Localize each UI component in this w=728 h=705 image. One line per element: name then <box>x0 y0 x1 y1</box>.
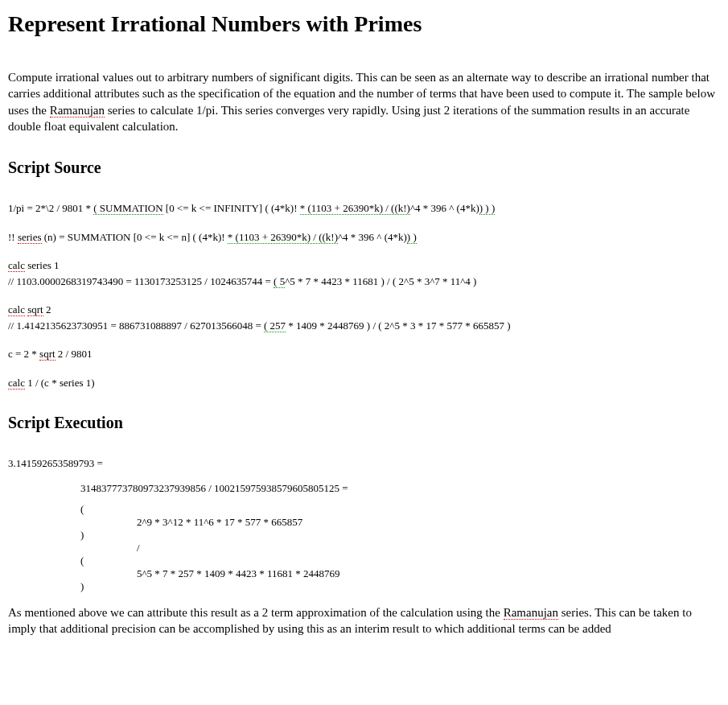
source-line-3b: // 1103.0000268319743490 = 1130173253125… <box>8 274 720 289</box>
exec-div: / <box>8 542 720 555</box>
src5-c: 2 / 9801 <box>56 348 93 360</box>
exec-numerator: 2^9 * 3^12 * 11^6 * 17 * 577 * 665857 <box>8 516 720 529</box>
src2-b: series <box>18 231 42 244</box>
closing-b: Ramanujan <box>504 606 558 620</box>
exec-open2: ( <box>8 555 720 567</box>
closing-a: As mentioned above we can attribute this… <box>8 606 504 619</box>
src1-e: ^4 * 396 ^ (4*k) <box>410 202 479 214</box>
exec-denominator: 5^5 * 7 * 257 * 1409 * 4423 * 11681 * 24… <box>8 567 720 580</box>
src2-e: ^4 * 396 ^ (4*k) <box>338 231 407 243</box>
src5-a: c = 2 * <box>8 348 39 360</box>
source-line-1: 1/pi = 2*\2 / 9801 * ( SUMMATION [0 <= k… <box>8 201 720 216</box>
intro-text-2: series to calculate 1/pi. This series co… <box>8 104 689 133</box>
exec-fraction: 314837773780973237939856 / 1002159759385… <box>8 482 720 495</box>
src4a-d: 2 <box>43 303 51 315</box>
src4a-c: sqrt <box>27 303 43 316</box>
src2-a: !! <box>8 231 18 243</box>
exec-result: 3.141592653589793 = <box>8 456 720 471</box>
src3b-a: // 1103.0000268319743490 = 1130173253125… <box>8 275 274 287</box>
src2-f: ) ) <box>407 231 417 244</box>
source-line-5: c = 2 * sqrt 2 / 9801 <box>8 347 720 361</box>
src4b-c: * 1409 * 2448769 ) / ( 2^5 * 3 * 17 * 57… <box>286 320 510 332</box>
src2-c: (n) = SUMMATION [0 <= k <= n] ( (4*k)! <box>42 231 228 243</box>
exec-close1: ) <box>8 529 720 542</box>
source-line-4a: calc sqrt 2 <box>8 303 720 317</box>
src6-b: 1 / (c * series 1) <box>25 377 95 389</box>
src2-d: * (1103 + 26390*k) / ((k!) <box>228 231 338 244</box>
intro-paragraph: Compute irrational values out to arbitra… <box>8 69 720 134</box>
src1-b: ( SUMMATION <box>93 202 162 215</box>
src4b-a: // 1.4142135623730951 = 886731088897 / 6… <box>8 320 264 332</box>
ramanujan-link: Ramanujan <box>50 104 105 118</box>
src3a-b: series 1 <box>25 259 60 271</box>
closing-paragraph: As mentioned above we can attribute this… <box>8 604 720 637</box>
src3b-b: ( 5 <box>274 275 285 288</box>
source-line-6: calc 1 / (c * series 1) <box>8 376 720 390</box>
src4a-a: calc <box>8 303 25 316</box>
source-line-4b: // 1.4142135623730951 = 886731088897 / 6… <box>8 319 720 333</box>
src1-c: [0 <= k <= INFINITY] ( (4*k)! <box>163 202 300 214</box>
script-execution-heading: Script Execution <box>8 414 720 432</box>
src3a-a: calc <box>8 259 25 272</box>
page-title: Represent Irrational Numbers with Primes <box>8 11 720 37</box>
src5-b: sqrt <box>39 348 56 361</box>
src1-f: ) ) ) <box>479 202 496 215</box>
src1-d: * (1103 + 26390*k) / ((k!) <box>300 202 410 215</box>
src6-a: calc <box>8 377 25 390</box>
source-line-2: !! series (n) = SUMMATION [0 <= k <= n] … <box>8 230 720 245</box>
src1-a: 1/pi = 2*\2 / 9801 * <box>8 202 93 214</box>
exec-close2: ) <box>8 580 720 593</box>
src4b-b: ( 257 <box>264 320 286 332</box>
source-line-3a: calc series 1 <box>8 258 720 273</box>
script-source-heading: Script Source <box>8 159 720 177</box>
src3b-c: ^5 * 7 * 4423 * 11681 ) / ( 2^5 * 3^7 * … <box>285 275 476 287</box>
exec-open1: ( <box>8 503 720 516</box>
